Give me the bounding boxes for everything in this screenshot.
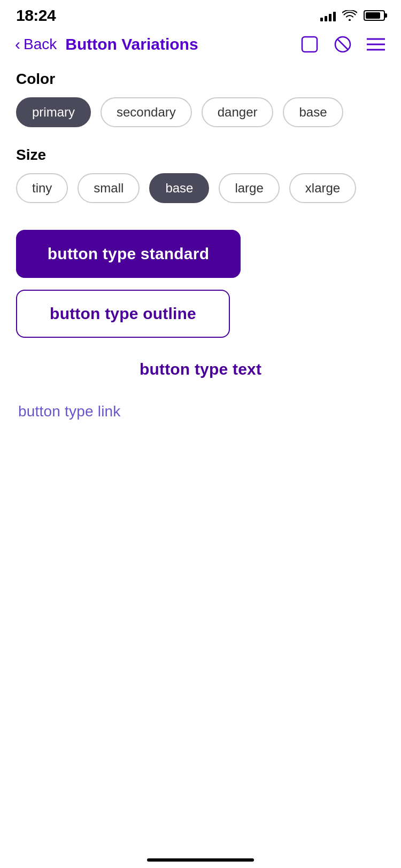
home-indicator: [147, 858, 254, 862]
size-pill-small[interactable]: small: [78, 173, 140, 203]
size-pill-xlarge[interactable]: xlarge: [289, 173, 356, 203]
size-pill-large[interactable]: large: [219, 173, 279, 203]
menu-icon-button[interactable]: [366, 34, 386, 55]
svg-rect-0: [302, 37, 317, 52]
size-section-label: Size: [16, 146, 385, 164]
square-icon: [300, 35, 319, 53]
nav-header: ‹ Back Button Variations: [0, 29, 401, 65]
button-type-standard[interactable]: button type standard: [16, 230, 241, 278]
button-type-link[interactable]: button type link: [16, 398, 385, 425]
size-pill-base[interactable]: base: [149, 173, 209, 203]
color-pill-primary[interactable]: primary: [16, 97, 91, 127]
color-pill-base[interactable]: base: [283, 97, 343, 127]
button-type-outline[interactable]: button type outline: [16, 290, 230, 338]
status-icons: [320, 10, 385, 21]
signal-icon: [320, 10, 336, 21]
size-pills-row: tiny small base large xlarge: [16, 173, 385, 203]
button-type-text[interactable]: button type text: [16, 350, 385, 389]
back-chevron-icon: ‹: [15, 35, 20, 53]
back-button[interactable]: ‹ Back: [15, 35, 57, 53]
size-pill-tiny[interactable]: tiny: [16, 173, 68, 203]
color-pill-secondary[interactable]: secondary: [101, 97, 192, 127]
nav-icons: [299, 34, 386, 55]
svg-line-2: [337, 39, 348, 50]
block-icon: [334, 35, 352, 53]
wifi-icon: [342, 10, 357, 21]
page-title: Button Variations: [65, 35, 291, 53]
main-content: Color primary secondary danger base Size…: [0, 65, 401, 447]
color-pill-danger[interactable]: danger: [202, 97, 274, 127]
block-icon-button[interactable]: [333, 34, 353, 55]
demo-buttons-section: button type standard button type outline…: [16, 230, 385, 425]
color-pills-row: primary secondary danger base: [16, 97, 385, 127]
status-bar: 18:24: [0, 0, 401, 29]
battery-icon: [364, 10, 385, 21]
status-time: 18:24: [16, 6, 56, 25]
square-icon-button[interactable]: [299, 34, 320, 55]
back-label: Back: [24, 36, 57, 53]
menu-icon: [367, 37, 385, 51]
color-section-label: Color: [16, 71, 385, 88]
